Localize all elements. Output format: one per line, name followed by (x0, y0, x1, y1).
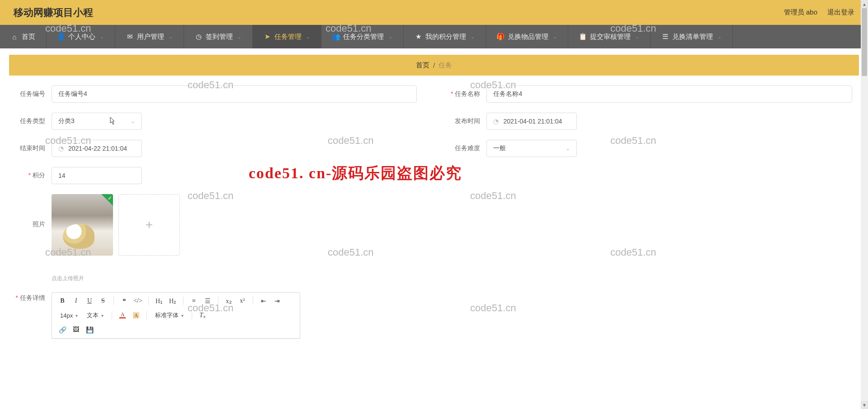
chevron-down-icon: ⌄ (635, 34, 639, 40)
subscript-button[interactable]: x₂ (223, 295, 235, 306)
pub-time-label: 发布时间 (444, 117, 486, 125)
nav-signin-mgmt[interactable]: ◷ 签到管理 ⌄ (184, 25, 253, 48)
add-photo-button[interactable]: + (118, 194, 180, 256)
rich-text-editor[interactable]: B I U S ❝ </> H₁ H₂ ≡ ☰ (52, 292, 300, 339)
top-bar: 移动网赚项目小程 管理员 abo 退出登录 (0, 0, 868, 25)
end-time-input[interactable]: ◔ 2021-04-22 21:01:04 (52, 140, 142, 157)
nav-label: 首页 (22, 33, 35, 41)
image-button[interactable]: 🖼 (70, 324, 82, 335)
chevron-down-icon: ⌄ (100, 34, 104, 40)
nav-label: 兑换清单管理 (672, 33, 713, 41)
font-family-select[interactable]: 标准字体▾ (151, 310, 187, 321)
main-nav: ⌂ 首页 👤 个人中心 ⌄ ✉ 用户管理 ⌄ ◷ 签到管理 ⌄ ➤ 任务管理 ⌄… (0, 25, 868, 48)
nav-label: 任务分类管理 (343, 33, 384, 41)
bold-button[interactable]: B (57, 295, 68, 306)
nav-label: 个人中心 (68, 33, 95, 41)
task-no-input[interactable] (52, 86, 417, 103)
breadcrumb-current: 任务 (439, 61, 452, 70)
difficulty-value: 一般 (493, 144, 506, 152)
points-input[interactable] (52, 167, 142, 184)
gift-icon: 🎁 (497, 33, 504, 40)
nav-label: 任务管理 (274, 33, 302, 41)
difficulty-label: 任务难度 (444, 144, 486, 152)
scroll-thumb[interactable] (862, 8, 867, 76)
block-type-select[interactable]: 文本▾ (83, 310, 107, 321)
mail-icon: ✉ (126, 33, 133, 40)
clock-icon: ◔ (493, 118, 499, 125)
pub-time-value: 2021-04-01 21:01:04 (503, 118, 562, 125)
task-type-select[interactable]: 分类3 ⌄ (52, 113, 142, 130)
nav-task-mgmt[interactable]: ➤ 任务管理 ⌄ (253, 25, 321, 48)
strike-button[interactable]: S (97, 295, 109, 306)
admin-label[interactable]: 管理员 abo (784, 8, 817, 17)
home-icon: ⌂ (11, 33, 18, 40)
ol-button[interactable]: ≡ (188, 295, 200, 306)
plus-icon: + (146, 218, 153, 232)
nav-exchange-item-mgmt[interactable]: 🎁 兑换物品管理 ⌄ (486, 25, 568, 48)
app-title: 移动网赚项目小程 (14, 6, 93, 19)
task-name-label: 任务名称 (444, 90, 486, 98)
chevron-down-icon: ⌄ (388, 34, 392, 40)
difficulty-select[interactable]: 一般 ⌄ (486, 140, 577, 157)
task-name-input[interactable] (486, 86, 852, 103)
chevron-down-icon: ⌄ (306, 34, 310, 40)
photo-hint: 点击上传照片 (52, 275, 859, 282)
superscript-button[interactable]: x² (236, 295, 248, 306)
nav-label: 我的积分管理 (425, 33, 466, 41)
nav-profile[interactable]: 👤 个人中心 ⌄ (47, 25, 115, 48)
breadcrumb: 首页 / 任务 (9, 55, 859, 76)
user-icon: 👤 (57, 33, 65, 40)
end-time-value: 2021-04-22 21:01:04 (68, 145, 127, 152)
vertical-scrollbar[interactable]: ▲ ▼ (861, 0, 868, 367)
chevron-down-icon: ⌄ (566, 145, 570, 152)
underline-button[interactable]: U (84, 295, 95, 306)
text-color-button[interactable]: A (117, 310, 128, 321)
h1-button[interactable]: H₁ (153, 295, 165, 306)
uploaded-photo[interactable]: ✓ (52, 194, 113, 256)
highlight-button[interactable]: A (130, 310, 142, 321)
indent-left-button[interactable]: ⇤ (258, 295, 269, 306)
breadcrumb-sep: / (433, 62, 435, 69)
pub-time-input[interactable]: ◔ 2021-04-01 21:01:04 (486, 113, 577, 130)
clipboard-icon: 📋 (579, 33, 586, 40)
breadcrumb-home[interactable]: 首页 (416, 61, 429, 70)
task-form: 任务编号 任务名称 任务类型 分类3 ⌄ 发布时间 (0, 82, 868, 367)
clock-icon: ◔ (58, 145, 64, 152)
scroll-up-icon[interactable]: ▲ (861, 0, 868, 8)
save-button[interactable]: 💾 (84, 324, 95, 335)
chevron-down-icon: ⌄ (237, 34, 241, 40)
ul-button[interactable]: ☰ (202, 295, 213, 306)
chevron-down-icon: ⌄ (553, 34, 557, 40)
indent-right-button[interactable]: ⇥ (271, 295, 283, 306)
clock-icon: ◷ (195, 33, 202, 40)
task-type-value: 分类3 (58, 117, 75, 125)
check-icon: ✓ (108, 195, 112, 201)
logout-link[interactable]: 退出登录 (827, 8, 854, 17)
quote-button[interactable]: ❝ (118, 295, 130, 306)
nav-label: 提交审核管理 (590, 33, 631, 41)
list-icon: ☰ (661, 33, 669, 40)
clear-format-button[interactable]: Tₓ (197, 310, 208, 321)
chevron-down-icon: ⌄ (717, 34, 722, 40)
chevron-down-icon: ⌄ (471, 34, 475, 40)
code-button[interactable]: </> (132, 295, 144, 306)
link-button[interactable]: 🔗 (57, 324, 68, 335)
editor-toolbar: B I U S ❝ </> H₁ H₂ ≡ ☰ (52, 293, 300, 338)
h2-button[interactable]: H₂ (167, 295, 179, 306)
chevron-down-icon: ⌄ (131, 118, 135, 124)
font-size-select[interactable]: 14px▾ (57, 310, 81, 321)
nav-exchange-list-mgmt[interactable]: ☰ 兑换清单管理 ⌄ (651, 25, 733, 48)
photo-label: 照片 (9, 220, 52, 228)
send-icon: ➤ (264, 33, 271, 40)
nav-points-mgmt[interactable]: ★ 我的积分管理 ⌄ (404, 25, 486, 48)
task-no-label: 任务编号 (9, 90, 52, 98)
points-label: 积分 (9, 171, 52, 180)
nav-label: 用户管理 (137, 33, 164, 41)
nav-home[interactable]: ⌂ 首页 (0, 25, 47, 48)
nav-submit-audit-mgmt[interactable]: 📋 提交审核管理 ⌄ (568, 25, 651, 48)
chevron-down-icon: ⌄ (169, 34, 173, 40)
task-type-label: 任务类型 (9, 117, 52, 125)
nav-task-category-mgmt[interactable]: 👥 任务分类管理 ⌄ (321, 25, 404, 48)
italic-button[interactable]: I (70, 295, 82, 306)
nav-user-mgmt[interactable]: ✉ 用户管理 ⌄ (115, 25, 184, 48)
